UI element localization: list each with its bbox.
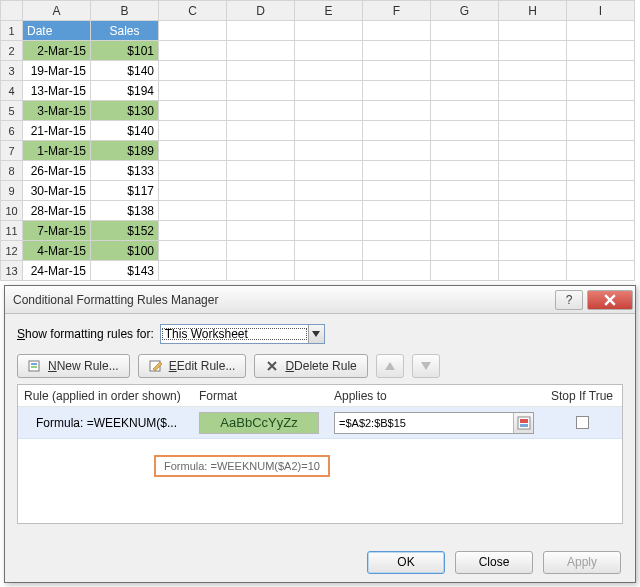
cell[interactable]: $100 [91, 241, 159, 261]
cell[interactable]: 26-Mar-15 [23, 161, 91, 181]
cell[interactable] [227, 61, 295, 81]
cell[interactable] [567, 21, 635, 41]
cell[interactable] [295, 221, 363, 241]
cell[interactable] [363, 21, 431, 41]
cell[interactable] [295, 261, 363, 281]
cell[interactable] [227, 161, 295, 181]
cell[interactable] [159, 261, 227, 281]
cell[interactable] [295, 81, 363, 101]
help-button[interactable]: ? [555, 290, 583, 310]
applies-to-input[interactable]: =$A$2:$B$15 [334, 412, 534, 434]
cell[interactable] [499, 21, 567, 41]
stop-if-true-checkbox[interactable] [576, 416, 589, 429]
cell[interactable]: 21-Mar-15 [23, 121, 91, 141]
col-header[interactable]: E [295, 1, 363, 21]
cell[interactable] [295, 141, 363, 161]
cell[interactable]: $130 [91, 101, 159, 121]
cell[interactable] [499, 181, 567, 201]
cell[interactable]: $140 [91, 61, 159, 81]
row-header[interactable]: 3 [1, 61, 23, 81]
cell[interactable] [295, 201, 363, 221]
cell[interactable] [227, 241, 295, 261]
cell[interactable] [159, 41, 227, 61]
cell[interactable]: 30-Mar-15 [23, 181, 91, 201]
col-header[interactable]: F [363, 1, 431, 21]
col-header[interactable]: D [227, 1, 295, 21]
cell[interactable] [567, 81, 635, 101]
row-header[interactable]: 10 [1, 201, 23, 221]
row-header[interactable]: 1 [1, 21, 23, 41]
cell[interactable] [295, 241, 363, 261]
apply-button[interactable]: Apply [543, 551, 621, 574]
cell[interactable] [567, 201, 635, 221]
cell[interactable] [295, 121, 363, 141]
cell[interactable] [363, 41, 431, 61]
cell[interactable] [363, 81, 431, 101]
row-header[interactable]: 9 [1, 181, 23, 201]
range-picker-button[interactable] [513, 413, 533, 433]
cell[interactable] [567, 161, 635, 181]
row-header[interactable]: 12 [1, 241, 23, 261]
row-header[interactable]: 5 [1, 101, 23, 121]
cell[interactable] [227, 141, 295, 161]
cell[interactable]: 13-Mar-15 [23, 81, 91, 101]
cell[interactable] [431, 221, 499, 241]
cell[interactable] [567, 41, 635, 61]
cell[interactable] [499, 61, 567, 81]
cell[interactable] [567, 121, 635, 141]
cell[interactable] [431, 161, 499, 181]
cell[interactable] [567, 141, 635, 161]
cell[interactable] [499, 101, 567, 121]
cell[interactable] [499, 121, 567, 141]
cell[interactable] [159, 141, 227, 161]
cell[interactable] [431, 121, 499, 141]
cell[interactable] [227, 81, 295, 101]
cell[interactable] [159, 101, 227, 121]
cell[interactable] [295, 61, 363, 81]
col-header[interactable]: G [431, 1, 499, 21]
cell[interactable] [295, 161, 363, 181]
edit-rule-button[interactable]: EEdit Rule... [138, 354, 247, 378]
cell[interactable] [227, 221, 295, 241]
close-dialog-button[interactable]: Close [455, 551, 533, 574]
cell[interactable] [159, 181, 227, 201]
cell[interactable] [431, 81, 499, 101]
cell[interactable] [363, 61, 431, 81]
cell[interactable] [159, 61, 227, 81]
cell[interactable] [567, 61, 635, 81]
cell[interactable]: 4-Mar-15 [23, 241, 91, 261]
cell[interactable] [295, 181, 363, 201]
col-header[interactable]: A [23, 1, 91, 21]
cell[interactable] [159, 201, 227, 221]
move-down-button[interactable] [412, 354, 440, 378]
row-header[interactable]: 6 [1, 121, 23, 141]
cell[interactable]: $117 [91, 181, 159, 201]
cell[interactable] [227, 21, 295, 41]
ok-button[interactable]: OK [367, 551, 445, 574]
cell[interactable] [227, 41, 295, 61]
col-header[interactable]: I [567, 1, 635, 21]
cell[interactable] [431, 21, 499, 41]
close-button[interactable] [587, 290, 633, 310]
cell[interactable] [227, 181, 295, 201]
cell[interactable] [499, 241, 567, 261]
cell[interactable]: Sales [91, 21, 159, 41]
spreadsheet-grid[interactable]: A B C D E F G H I 1DateSales22-Mar-15$10… [0, 0, 635, 281]
cell[interactable] [499, 201, 567, 221]
cell[interactable]: Date [23, 21, 91, 41]
cell[interactable] [295, 41, 363, 61]
cell[interactable] [499, 261, 567, 281]
row-header[interactable]: 2 [1, 41, 23, 61]
cell[interactable] [227, 101, 295, 121]
cell[interactable] [159, 81, 227, 101]
cell[interactable]: 1-Mar-15 [23, 141, 91, 161]
cell[interactable] [499, 221, 567, 241]
cell[interactable] [499, 141, 567, 161]
cell[interactable] [431, 61, 499, 81]
cell[interactable] [159, 121, 227, 141]
cell[interactable] [227, 261, 295, 281]
cell[interactable]: 28-Mar-15 [23, 201, 91, 221]
cell[interactable] [567, 241, 635, 261]
cell[interactable]: 19-Mar-15 [23, 61, 91, 81]
cell[interactable] [159, 21, 227, 41]
